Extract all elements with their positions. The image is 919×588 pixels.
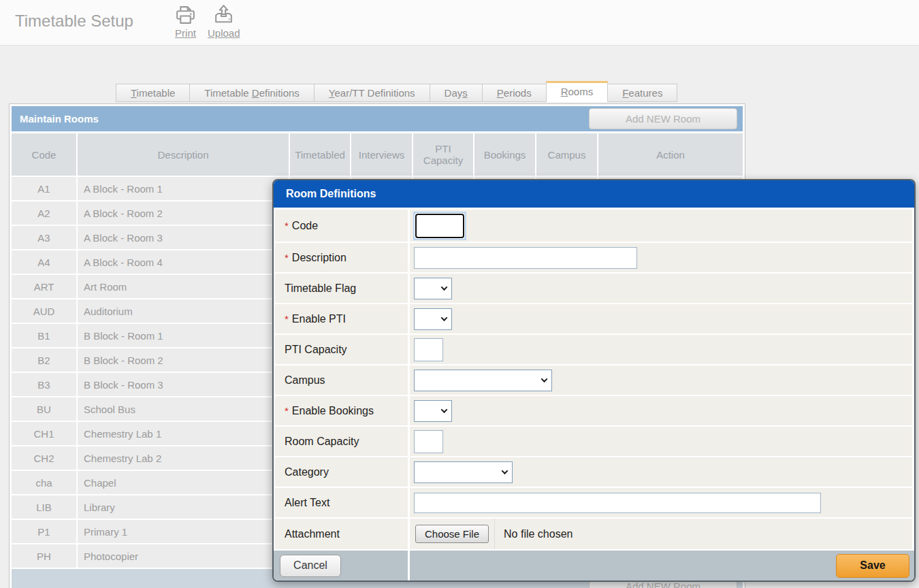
field-row-timetable-flag: Timetable Flag <box>275 274 912 303</box>
description-input[interactable] <box>414 247 637 269</box>
timetable-flag-select[interactable] <box>414 278 452 299</box>
room-code-cell: A2 <box>12 201 76 225</box>
field-label-enable-pti: *Enable PTI <box>275 304 408 333</box>
alert-text-input[interactable] <box>414 493 821 513</box>
modal-title: Room Definitions <box>274 180 914 208</box>
field-label-room-capacity: Room Capacity <box>275 427 408 456</box>
modal-footer-right: Save <box>410 551 914 581</box>
room-code-cell: B3 <box>12 373 76 396</box>
top-actions: Print Upload <box>174 4 240 39</box>
modal-footer-left: Cancel <box>274 551 408 581</box>
room-code-cell: cha <box>12 471 76 494</box>
required-marker: * <box>285 220 289 231</box>
tab-year-tt-definitions[interactable]: Year/TT Definitions <box>314 84 430 102</box>
field-label-pti-capacity: PTI Capacity <box>275 335 408 364</box>
room-description-cell: A Block - Room 4 <box>78 250 289 274</box>
room-description-cell: Art Room <box>78 275 289 298</box>
room-code-cell: ART <box>12 275 76 298</box>
room-description-cell: Primary 1 <box>78 520 289 543</box>
room-code-cell: B1 <box>12 324 76 347</box>
enable-pti-select[interactable] <box>414 308 452 330</box>
field-control-cell <box>410 274 912 303</box>
printer-icon <box>174 4 197 27</box>
field-control-cell <box>410 427 912 456</box>
required-marker: * <box>285 313 289 325</box>
room-code-cell: PH <box>12 544 76 568</box>
cancel-button[interactable]: Cancel <box>280 555 341 577</box>
panel-title: Maintain Rooms <box>20 113 99 125</box>
room-code-cell: A3 <box>12 226 76 249</box>
tab-rooms[interactable]: Rooms <box>546 81 609 102</box>
chevron-down-icon <box>441 284 448 291</box>
room-description-cell: A Block - Room 3 <box>78 226 289 249</box>
campus-select[interactable] <box>414 370 552 391</box>
room-code-cell: A1 <box>12 177 76 200</box>
room-code-cell: LIB <box>12 495 76 519</box>
pti-capacity-input[interactable] <box>414 338 443 361</box>
upload-icon <box>212 4 235 27</box>
field-control-cell <box>410 457 912 487</box>
modal-body: *Code*DescriptionTimetable Flag*Enable P… <box>274 208 914 551</box>
field-label-enable-bookings: *Enable Bookings <box>275 396 408 425</box>
field-row-attachment: AttachmentChoose FileNo file chosen <box>275 519 912 549</box>
upload-label: Upload <box>208 27 240 39</box>
code-input[interactable] <box>415 214 464 238</box>
choose-file-button[interactable]: Choose File <box>415 525 489 543</box>
field-control-cell <box>410 396 912 425</box>
field-label-attachment: Attachment <box>275 519 408 549</box>
print-button[interactable]: Print <box>174 4 197 39</box>
tab-timetable[interactable]: Timetable <box>116 84 190 102</box>
save-button[interactable]: Save <box>836 554 909 578</box>
column-header-description: Description <box>78 133 289 176</box>
room-definitions-modal: Room Definitions *Code*DescriptionTimeta… <box>272 179 916 582</box>
field-row-enable-bookings: *Enable Bookings <box>275 396 912 425</box>
tab-periods[interactable]: Periods <box>482 84 547 102</box>
field-label-description: *Description <box>275 243 408 272</box>
room-description-cell: B Block - Room 1 <box>78 324 289 347</box>
room-code-cell: BU <box>12 397 76 421</box>
room-code-cell: B2 <box>12 348 76 372</box>
room-capacity-input[interactable] <box>414 430 443 453</box>
upload-button[interactable]: Upload <box>208 4 240 39</box>
field-row-pti-capacity: PTI Capacity <box>275 335 912 364</box>
tab-features[interactable]: Features <box>607 84 677 102</box>
field-control-cell <box>410 335 912 364</box>
room-code-cell: P1 <box>12 520 76 543</box>
tab-timetable-definitions[interactable]: Timetable Definitions <box>189 84 315 102</box>
column-header-code: Code <box>12 133 76 176</box>
room-description-cell: A Block - Room 2 <box>78 201 289 225</box>
field-row-enable-pti: *Enable PTI <box>275 304 912 333</box>
field-label-code: *Code <box>275 210 408 242</box>
add-new-room-button[interactable]: Add NEW Room <box>589 108 737 129</box>
room-description-cell: Auditorium <box>78 299 289 323</box>
room-description-cell: School Bus <box>78 397 289 421</box>
top-bar: Timetable Setup Print <box>0 0 919 46</box>
divider <box>494 519 495 549</box>
field-row-room-capacity: Room Capacity <box>275 427 912 456</box>
category-select[interactable] <box>414 461 513 483</box>
field-control-cell <box>410 243 912 272</box>
room-description-cell: Photocopier <box>78 544 289 568</box>
column-header-campus: Campus <box>536 133 597 176</box>
room-description-cell: A Block - Room 1 <box>78 177 289 200</box>
enable-bookings-select[interactable] <box>414 400 452 422</box>
field-control-cell: Choose FileNo file chosen <box>410 519 912 549</box>
modal-footer: Cancel Save <box>274 551 914 581</box>
field-label-campus: Campus <box>275 365 408 395</box>
tab-days[interactable]: Days <box>430 84 483 102</box>
chevron-down-icon <box>441 314 448 321</box>
room-code-cell: CH2 <box>12 446 76 470</box>
file-status-text: No file chosen <box>504 528 573 540</box>
screen: Timetable Setup Print <box>0 0 919 588</box>
room-description-cell: Chemestry Lab 1 <box>78 422 289 445</box>
room-description-cell: B Block - Room 2 <box>78 348 289 372</box>
field-row-campus: Campus <box>275 365 912 395</box>
room-description-cell: Chapel <box>78 471 289 494</box>
field-row-category: Category <box>275 457 912 487</box>
print-label: Print <box>175 27 196 39</box>
field-row-alert-text: Alert Text <box>275 488 912 517</box>
field-control-cell <box>410 304 912 333</box>
field-row-description: *Description <box>275 243 912 272</box>
field-control-cell <box>410 210 912 242</box>
rooms-table-header: CodeDescriptionTimetabledInterviewsPTI C… <box>12 133 743 176</box>
